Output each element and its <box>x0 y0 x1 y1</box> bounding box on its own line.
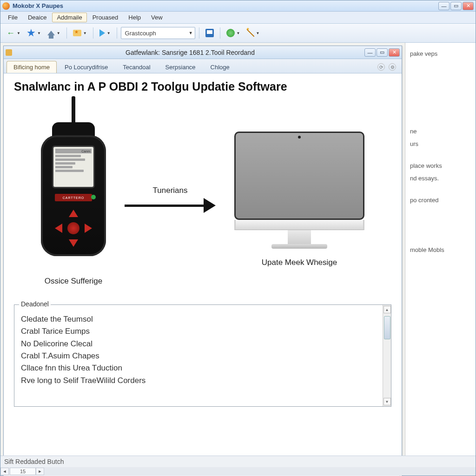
menu-file[interactable]: File <box>3 13 22 22</box>
tab-technical[interactable]: Tecandoal <box>116 61 157 73</box>
save-icon <box>205 29 214 37</box>
monitor-caption: Upate Meek Whesige <box>262 258 337 267</box>
play-icon <box>99 29 105 37</box>
tab-home[interactable]: Bificing home <box>7 61 57 73</box>
doc-close-button[interactable]: ✕ <box>389 48 400 57</box>
horizontal-scrollbar[interactable]: ◄ 15 ► <box>0 467 476 476</box>
log-line: Crabl Tarice Eumps <box>21 325 378 337</box>
arrow-line-icon <box>125 205 204 207</box>
scroll-up-button[interactable]: ▲ <box>383 306 391 313</box>
toolbar-separator <box>66 27 67 39</box>
document-titlebar: Gatfewlank: Sansrige 1681 2.Tooil Reorda… <box>4 46 402 59</box>
folder-star-icon <box>73 30 81 36</box>
log-line: Crabl T.Asuim Chapes <box>21 350 378 362</box>
minimize-button[interactable]: — <box>438 2 450 10</box>
toolbar-separator <box>117 27 117 39</box>
tab-po[interactable]: Po Locurydifrise <box>58 61 115 73</box>
home-button[interactable]: ▼ <box>45 26 63 40</box>
play-button[interactable]: ▼ <box>97 26 113 40</box>
computer-monitor-image <box>230 132 369 252</box>
save-button[interactable] <box>203 26 216 40</box>
refresh-icon[interactable]: ⟳ <box>377 63 385 71</box>
globe-icon <box>226 29 235 37</box>
toolbar-separator <box>199 27 199 39</box>
combo-value: Grastcouph <box>125 30 156 37</box>
toolbar-separator <box>220 27 220 39</box>
sheet-tab[interactable]: 15 <box>10 468 36 475</box>
side-item[interactable]: moble Mobls <box>410 244 476 256</box>
obd-led-icon <box>91 195 96 199</box>
scroll-thumb[interactable] <box>384 316 390 339</box>
tab-change[interactable]: Chloge <box>204 61 237 73</box>
log-scrollbar[interactable]: ▲ ▼ <box>383 305 391 406</box>
hscroll-left-button[interactable]: ◄ <box>0 468 9 475</box>
selector-combo[interactable]: Grastcouph ▼ <box>121 27 195 39</box>
arrow-label: Tunerians <box>153 186 188 195</box>
page-title: Snalwlanc in A P OBDI 2 Toolgu Updatie S… <box>14 80 391 93</box>
home-icon <box>47 31 55 35</box>
tab-service[interactable]: Serpsiance <box>159 61 203 73</box>
log-content: Cledate the Teumsol Crabl Tarice Eumps N… <box>14 305 383 406</box>
toolbar-separator <box>93 27 93 39</box>
hscroll-right-button[interactable]: ► <box>36 468 44 475</box>
document-body: Snalwlanc in A P OBDI 2 Toolgu Updatie S… <box>4 73 402 472</box>
arrow-head-icon <box>204 198 216 213</box>
doc-minimize-button[interactable]: — <box>364 48 376 57</box>
side-item[interactable]: pake veps <box>410 47 476 60</box>
obd-screen-tag: Canm <box>55 149 92 153</box>
menu-advanced[interactable]: Addmaile <box>52 13 86 22</box>
app-title: Mokobr X Paupes <box>13 2 63 9</box>
web-button[interactable]: ▼ <box>224 26 243 40</box>
scroll-down-button[interactable]: ▼ <box>383 398 391 405</box>
options-icon[interactable]: ⚙ <box>389 63 396 71</box>
bookmarks-button[interactable]: ▼ <box>71 26 89 40</box>
log-panel: Deadonel Cledate the Teumsol Crabl Taric… <box>14 304 391 407</box>
log-line: No Delicorine Clecal <box>21 338 378 350</box>
doc-maximize-button[interactable]: ▭ <box>377 48 388 57</box>
menu-help[interactable]: Help <box>124 13 145 22</box>
side-item[interactable]: urs <box>410 138 476 150</box>
obd-device-image: Canm CARTTERO <box>36 113 111 271</box>
status-bar: Sift Reddaded Butch <box>0 456 476 467</box>
menu-device[interactable]: Deaice <box>23 13 51 22</box>
menu-view[interactable]: Vew <box>146 13 167 22</box>
star-icon <box>27 29 35 37</box>
side-item[interactable]: po cronted <box>410 194 476 206</box>
document-icon <box>6 49 12 56</box>
arrow-left-icon: ← <box>7 28 15 38</box>
main-toolbar: ←▼ ▼ ▼ ▼ ▼ Grastcouph ▼ ▼ ▼ <box>0 24 476 43</box>
side-item[interactable]: place works <box>410 159 476 172</box>
log-line: Cledate the Teumsol <box>21 313 378 325</box>
tools-button[interactable]: ▼ <box>245 26 262 40</box>
document-window: Gatfewlank: Sansrige 1681 2.Tooil Reorda… <box>3 46 402 476</box>
side-item[interactable]: nd essays. <box>410 172 476 185</box>
obd-brand-label: CARTTERO <box>55 194 92 201</box>
log-line: Cllace fnn this Urea Tduction <box>21 362 378 374</box>
side-item[interactable]: ne <box>410 125 476 138</box>
menu-bar: File Deaice Addmaile Prouased Help Vew <box>0 12 476 24</box>
menu-processed[interactable]: Prouased <box>88 13 123 22</box>
chevron-down-icon: ▼ <box>189 31 193 35</box>
close-button[interactable]: ✕ <box>463 2 474 10</box>
back-button[interactable]: ←▼ <box>4 26 23 40</box>
wand-icon <box>247 29 254 37</box>
document-title: Gatfewlank: Sansrige 1681 2.Tooil Reorda… <box>16 49 364 56</box>
transfer-arrow: Tunerians <box>125 186 216 213</box>
log-legend: Deadonel <box>19 300 51 308</box>
log-line: Rve long to Selif TraeWilild Corders <box>21 375 378 387</box>
document-tabs: Bificing home Po Locurydifrise Tecandoal… <box>4 59 402 73</box>
app-icon <box>2 2 10 10</box>
favorites-button[interactable]: ▼ <box>25 26 43 40</box>
app-titlebar: Mokobr X Paupes — ▭ ✕ <box>0 0 476 12</box>
side-panel: pake veps ne urs place works nd essays. … <box>405 43 476 475</box>
obd-caption: Ossice Sufferige <box>45 277 102 286</box>
maximize-button[interactable]: ▭ <box>450 2 462 10</box>
window-controls: — ▭ ✕ <box>438 2 474 10</box>
status-text: Sift Reddaded Butch <box>4 458 64 465</box>
diagram-area: Canm CARTTERO <box>14 102 391 297</box>
